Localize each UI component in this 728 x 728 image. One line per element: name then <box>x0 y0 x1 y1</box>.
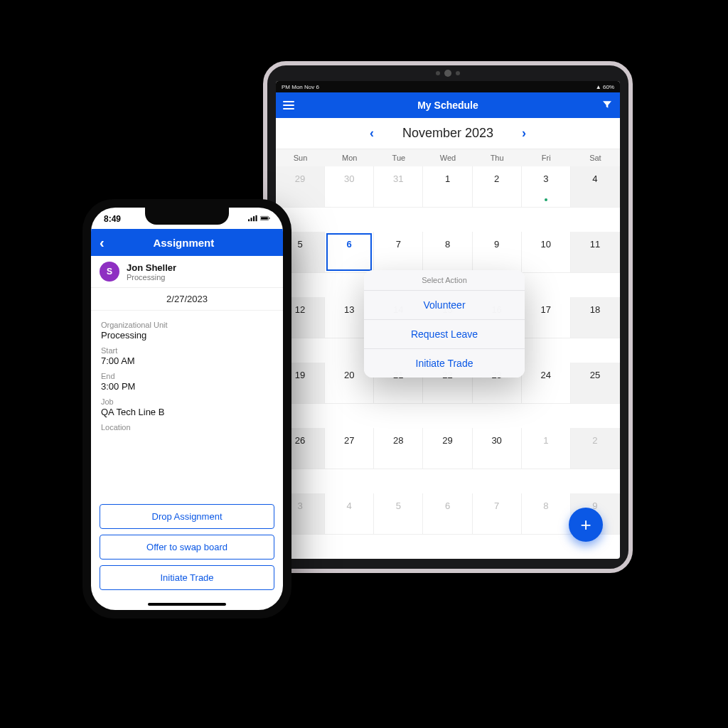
phone-device-frame: 8:49 ‹ Assignment S Jon Sheller Processi… <box>82 199 291 619</box>
drop-assignment-button[interactable]: Drop Assignment <box>100 504 274 529</box>
wifi-icon: ▲ <box>596 84 601 90</box>
home-indicator[interactable] <box>148 603 226 606</box>
end-value: 3:00 PM <box>101 381 273 392</box>
calendar-day[interactable]: 24 <box>522 363 571 404</box>
calendar-day[interactable]: 4 <box>325 493 374 535</box>
tablet-device-frame: PM Mon Nov 6 ▲ 60% My Schedule ‹ Novembe… <box>263 61 633 573</box>
calendar-day[interactable]: 31 <box>374 166 423 208</box>
phone-notch <box>145 208 229 225</box>
job-label: Job <box>101 397 273 406</box>
weekday-label: Tue <box>374 149 423 166</box>
start-label: Start <box>101 346 273 355</box>
weekday-label: Sun <box>276 149 325 166</box>
calendar-day[interactable]: 29 <box>423 428 472 469</box>
calendar-day[interactable]: 1 <box>522 428 571 469</box>
location-label: Location <box>101 423 273 432</box>
status-time: 8:49 <box>104 214 121 224</box>
user-header: S Jon Sheller Processing <box>91 256 283 288</box>
weekday-header: SunMonTueWedThuFriSat <box>276 149 620 166</box>
initiate-trade-button[interactable]: Initiate Trade <box>100 565 274 590</box>
end-label: End <box>101 372 273 380</box>
phone-screen: 8:49 ‹ Assignment S Jon Sheller Processi… <box>91 208 283 610</box>
action-volunteer[interactable]: Volunteer <box>364 291 525 320</box>
event-indicator <box>545 198 547 201</box>
calendar-day[interactable]: 10 <box>522 232 571 273</box>
prev-month-button[interactable]: ‹ <box>370 126 374 141</box>
status-right: ▲ 60% <box>596 84 614 90</box>
calendar-day[interactable]: 18 <box>571 297 620 338</box>
job-value: QA Tech Line B <box>101 407 273 417</box>
calendar-day[interactable]: 29 <box>276 166 325 208</box>
calendar-day[interactable]: 28 <box>374 428 423 469</box>
battery-icon <box>260 215 270 222</box>
calendar-day[interactable]: 1 <box>423 166 472 208</box>
action-sheet-title: Select Action <box>364 270 525 291</box>
page-title: Assignment <box>93 237 274 249</box>
menu-icon[interactable] <box>283 101 294 109</box>
calendar-day[interactable]: 25 <box>571 363 620 404</box>
calendar-day[interactable]: 7 <box>374 232 423 273</box>
tablet-screen: PM Mon Nov 6 ▲ 60% My Schedule ‹ Novembe… <box>276 81 620 559</box>
calendar-day[interactable]: 3 <box>522 166 571 208</box>
calendar-day[interactable]: 8 <box>522 493 571 535</box>
assignment-date: 2/27/2023 <box>91 288 283 311</box>
user-name: Jon Sheller <box>127 262 176 273</box>
weekday-label: Mon <box>325 149 374 166</box>
calendar-day[interactable]: 9 <box>473 232 522 273</box>
tablet-camera <box>436 70 460 77</box>
action-sheet: Select Action Volunteer Request Leave In… <box>364 270 525 378</box>
status-left: PM Mon Nov 6 <box>282 84 319 90</box>
page-title: My Schedule <box>417 100 478 111</box>
assignment-details: Organizational Unit Processing Start 7:0… <box>91 311 283 433</box>
signal-icon <box>248 215 258 222</box>
org-unit-value: Processing <box>101 330 273 341</box>
calendar-day[interactable]: 2 <box>571 428 620 469</box>
calendar-day[interactable]: 5 <box>374 493 423 535</box>
calendar-day[interactable]: 11 <box>571 232 620 273</box>
user-role: Processing <box>127 273 176 282</box>
filter-icon[interactable] <box>601 99 613 112</box>
calendar-day[interactable]: 6 <box>325 232 374 273</box>
offer-swap-button[interactable]: Offer to swap board <box>100 535 274 560</box>
calendar-grid: 2930311234567891011121314151617181920212… <box>276 166 620 559</box>
calendar-day[interactable]: 4 <box>571 166 620 208</box>
month-navigator: ‹ November 2023 › <box>276 118 620 149</box>
tablet-status-bar: PM Mon Nov 6 ▲ 60% <box>276 81 620 92</box>
add-button[interactable]: + <box>569 508 603 542</box>
status-icons <box>248 214 270 224</box>
weekday-label: Wed <box>423 149 472 166</box>
svg-rect-1 <box>250 218 252 221</box>
tablet-app-bar: My Schedule <box>276 92 620 118</box>
svg-rect-0 <box>248 219 250 221</box>
org-unit-label: Organizational Unit <box>101 321 273 329</box>
calendar-day[interactable]: 30 <box>325 166 374 208</box>
calendar-day[interactable]: 7 <box>473 493 522 535</box>
phone-app-bar: ‹ Assignment <box>91 229 283 256</box>
avatar: S <box>100 262 119 282</box>
calendar-day[interactable]: 6 <box>423 493 472 535</box>
svg-rect-6 <box>269 218 269 219</box>
month-label: November 2023 <box>402 126 493 141</box>
calendar-day[interactable]: 2 <box>473 166 522 208</box>
weekday-label: Sat <box>571 149 620 166</box>
action-request-leave[interactable]: Request Leave <box>364 320 525 349</box>
calendar-day[interactable]: 30 <box>473 428 522 469</box>
next-month-button[interactable]: › <box>522 126 526 141</box>
start-value: 7:00 AM <box>101 355 273 366</box>
svg-rect-3 <box>255 215 257 221</box>
calendar-day[interactable]: 17 <box>522 297 571 338</box>
calendar-day[interactable]: 8 <box>423 232 472 273</box>
weekday-label: Fri <box>522 149 571 166</box>
calendar-day[interactable]: 27 <box>325 428 374 469</box>
assignment-actions: Drop Assignment Offer to swap board Init… <box>91 504 283 610</box>
weekday-label: Thu <box>473 149 522 166</box>
svg-rect-2 <box>253 216 255 221</box>
svg-rect-5 <box>261 217 268 219</box>
action-initiate-trade[interactable]: Initiate Trade <box>364 349 525 378</box>
